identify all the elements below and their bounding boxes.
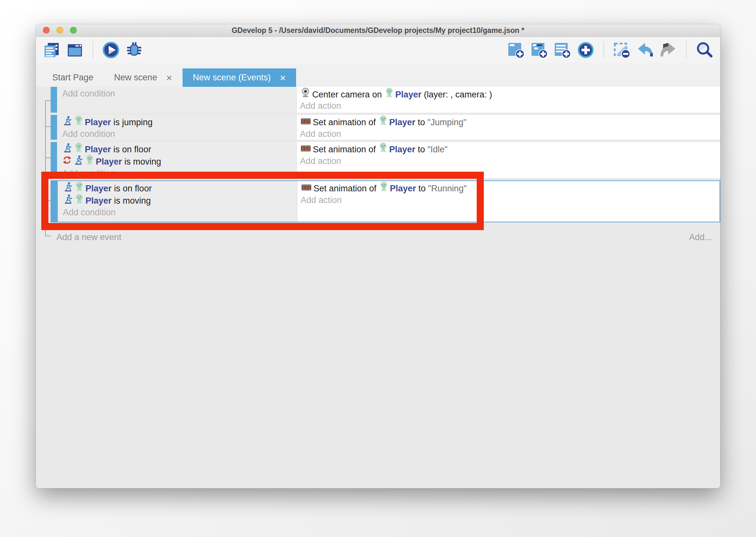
- tree-guide-tick: [45, 235, 51, 236]
- player-object-icon: [385, 88, 394, 101]
- tab-label: Start Page: [52, 73, 94, 83]
- search-icon[interactable]: [695, 41, 714, 60]
- events-sheet: Add condition Center camera on Player (l…: [36, 87, 720, 488]
- actions-column: Set animation of Player to "Idle" Add ac…: [297, 142, 720, 178]
- traffic-lights: [43, 27, 77, 34]
- event-row[interactable]: Player is on floor Player is moving Add …: [51, 142, 720, 178]
- tab-start-page[interactable]: Start Page: [42, 68, 104, 87]
- close-tab-icon[interactable]: ×: [280, 73, 286, 83]
- tab-label: New scene: [114, 73, 157, 83]
- condition-item[interactable]: Player is moving: [62, 155, 296, 167]
- delete-event-icon[interactable]: [613, 41, 631, 60]
- condition-text: is on floor: [112, 184, 152, 193]
- event-drag-handle[interactable]: [51, 115, 57, 140]
- player-object-icon: [379, 143, 387, 155]
- app-window: GDevelop 5 - /Users/david/Documents/GDev…: [36, 24, 720, 488]
- action-text: to: [415, 145, 428, 154]
- conditions-column: Add condition: [57, 87, 297, 113]
- minimize-window-button[interactable]: [57, 27, 63, 34]
- tree-guide-line: [45, 101, 46, 236]
- animation-icon: [301, 143, 311, 155]
- tree-guide-tick: [45, 126, 51, 127]
- play-preview-icon[interactable]: [101, 41, 120, 60]
- object-name: Player: [96, 157, 122, 167]
- player-object-icon: [74, 115, 83, 128]
- redo-icon[interactable]: [659, 41, 678, 60]
- platformer-behavior-icon: [63, 194, 73, 207]
- event-row-selected[interactable]: Player is on floor Player is moving Add …: [51, 181, 720, 222]
- action-item[interactable]: Set animation of Player to "Idle": [300, 143, 720, 155]
- main-toolbar: [36, 37, 720, 63]
- invert-condition-icon: [63, 155, 71, 168]
- condition-item[interactable]: Player is on floor: [63, 182, 297, 194]
- tree-guide-tick: [45, 101, 51, 101]
- tab-new-scene[interactable]: New scene ×: [104, 68, 182, 87]
- tab-bar: Start Page New scene × New scene (Events…: [36, 63, 720, 87]
- toolbar-left-group: [42, 41, 143, 60]
- event-row[interactable]: Add condition Center camera on Player (l…: [51, 87, 720, 113]
- tree-guide-tick: [45, 157, 51, 158]
- tree-guide-tick: [45, 200, 51, 201]
- add-condition-button[interactable]: Add condition: [62, 167, 296, 180]
- add-action-button[interactable]: Add action: [300, 155, 720, 167]
- action-text: (layer: , camera: ): [422, 90, 492, 100]
- animation-icon: [301, 182, 312, 194]
- actions-column: Center camera on Player (layer: , camera…: [297, 87, 720, 113]
- condition-item[interactable]: Player is on floor: [62, 143, 296, 155]
- player-object-icon: [86, 155, 94, 168]
- object-name: Player: [396, 90, 422, 100]
- platformer-behavior-icon: [63, 182, 73, 195]
- action-item[interactable]: Center camera on Player (layer: , camera…: [300, 87, 720, 100]
- add-condition-button[interactable]: Add condition: [62, 87, 296, 100]
- object-name: Player: [85, 145, 111, 154]
- event-drag-handle[interactable]: [51, 87, 57, 113]
- add-action-button[interactable]: Add action: [300, 128, 720, 140]
- action-value: "Running": [428, 184, 467, 193]
- undo-icon[interactable]: [636, 41, 655, 60]
- action-text: to: [416, 184, 428, 193]
- object-name: Player: [389, 145, 415, 154]
- player-object-icon: [75, 194, 84, 207]
- event-row[interactable]: Player is jumping Add condition Set anim…: [51, 115, 720, 140]
- events-footer: Add a new event Add...: [57, 229, 712, 246]
- action-item[interactable]: Set animation of Player to "Jumping": [300, 115, 720, 128]
- tab-new-scene-events[interactable]: New scene (Events) ×: [182, 68, 296, 87]
- title-bar: GDevelop 5 - /Users/david/Documents/GDev…: [36, 24, 720, 37]
- tab-label: New scene (Events): [193, 73, 271, 83]
- object-name: Player: [85, 117, 111, 127]
- toolbar-separator: [93, 41, 93, 59]
- event-drag-handle[interactable]: [51, 181, 58, 222]
- window-title: GDevelop 5 - /Users/david/Documents/GDev…: [232, 26, 524, 35]
- add-action-button[interactable]: Add action: [300, 100, 720, 112]
- toolbar-separator: [603, 41, 604, 59]
- debug-icon[interactable]: [125, 41, 143, 60]
- action-value: "Idle": [427, 145, 448, 154]
- action-value: "Jumping": [427, 117, 466, 127]
- toolbar-separator: [686, 41, 687, 59]
- platformer-behavior-icon: [74, 155, 83, 168]
- close-window-button[interactable]: [43, 27, 50, 34]
- close-tab-icon[interactable]: ×: [166, 73, 172, 83]
- add-event-icon[interactable]: [507, 41, 525, 60]
- add-condition-button[interactable]: Add condition: [63, 206, 297, 219]
- zoom-window-button[interactable]: [70, 27, 77, 34]
- condition-text: is moving: [112, 196, 151, 206]
- add-condition-button[interactable]: Add condition: [62, 128, 296, 140]
- player-object-icon: [379, 115, 387, 128]
- add-more-button[interactable]: Add...: [689, 232, 712, 242]
- add-other-event-icon[interactable]: [576, 41, 595, 60]
- add-comment-icon[interactable]: [553, 41, 572, 60]
- add-action-button[interactable]: Add action: [301, 194, 720, 206]
- project-manager-icon[interactable]: [42, 41, 61, 60]
- add-sub-event-icon[interactable]: [530, 41, 548, 60]
- add-new-event-button[interactable]: Add a new event: [57, 232, 121, 242]
- toolbar-right-group: [507, 41, 714, 60]
- actions-column: Set animation of Player to "Jumping" Add…: [297, 115, 720, 140]
- scene-editor-icon[interactable]: [65, 41, 84, 60]
- condition-item[interactable]: Player is moving: [63, 194, 297, 206]
- event-drag-handle[interactable]: [51, 142, 57, 178]
- condition-item[interactable]: Player is jumping: [62, 115, 296, 128]
- action-item[interactable]: Set animation of Player to "Running": [301, 182, 720, 194]
- condition-text: is on floor: [111, 145, 151, 154]
- platformer-behavior-icon: [63, 115, 72, 128]
